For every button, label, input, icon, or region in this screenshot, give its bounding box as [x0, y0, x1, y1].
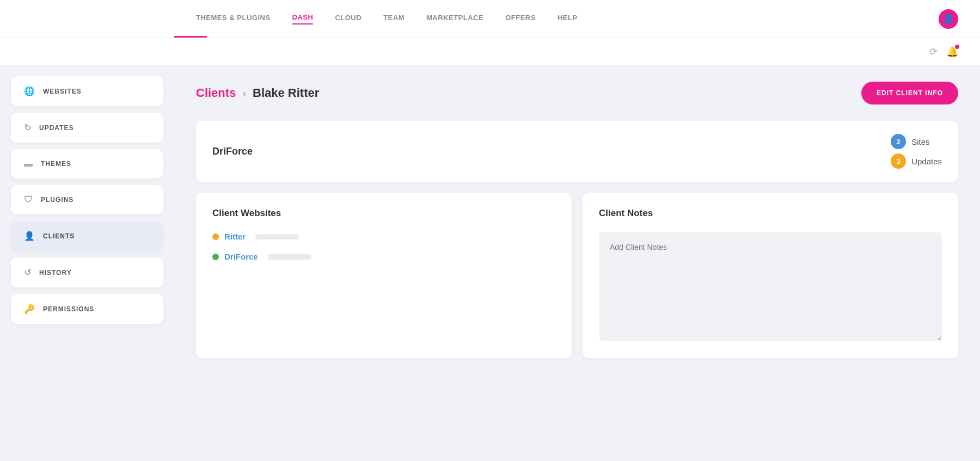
- nav-cloud[interactable]: CLOUD: [335, 14, 362, 24]
- breadcrumb-current-page: Blake Ritter: [253, 86, 319, 100]
- nav-dash[interactable]: DASH: [292, 13, 314, 24]
- updates-stat: 3 Updates: [891, 153, 942, 169]
- notification-dot: [955, 45, 959, 49]
- sidebar-label-history: HISTORY: [39, 269, 72, 276]
- website-item-ritter: Ritter: [212, 232, 555, 241]
- company-name: DriForce: [212, 146, 253, 157]
- updates-label: Updates: [911, 157, 942, 166]
- globe-icon: 🌐: [24, 86, 35, 96]
- history-icon: ↺: [24, 267, 32, 278]
- main-layout: 🌐 WEBSITES ↻ UPDATES ▬ THEMES 🛡 PLUGINS …: [0, 65, 980, 461]
- breadcrumb: Clients › Blake Ritter: [196, 86, 319, 100]
- website-link-driforce[interactable]: DriForce: [224, 252, 258, 261]
- website-url-driforce: [268, 254, 311, 260]
- sidebar-item-clients[interactable]: 👤 CLIENTS: [11, 221, 163, 251]
- notes-panel-title: Client Notes: [599, 208, 942, 219]
- dot-orange: [212, 233, 219, 240]
- plugins-icon: 🛡: [24, 195, 33, 205]
- website-item-driforce: DriForce: [212, 252, 555, 261]
- nav-themes-plugins[interactable]: THEMES & PLUGINS: [196, 14, 271, 24]
- notes-textarea[interactable]: [599, 232, 942, 341]
- sidebar-item-themes[interactable]: ▬ THEMES: [11, 149, 163, 179]
- sidebar-label-plugins: PLUGINS: [41, 196, 74, 204]
- panels: Client Websites Ritter DriForce Client N…: [196, 193, 958, 358]
- stats-badges: 2 Sites 3 Updates: [891, 134, 942, 169]
- nav-team[interactable]: TEAM: [383, 14, 405, 24]
- sidebar-item-permissions[interactable]: 🔑 PERMISSIONS: [11, 294, 163, 324]
- clients-row-container: ➔ 👤 CLIENTS: [11, 221, 163, 251]
- nav-right: 👤: [939, 9, 958, 29]
- sidebar-item-updates[interactable]: ↻ UPDATES: [11, 113, 163, 143]
- themes-icon: ▬: [24, 159, 33, 169]
- website-link-ritter[interactable]: Ritter: [224, 232, 246, 241]
- sidebar-label-websites: WEBSITES: [43, 88, 82, 95]
- sidebar-label-permissions: PERMISSIONS: [43, 305, 94, 313]
- user-avatar[interactable]: 👤: [939, 9, 958, 29]
- website-url-ritter: [255, 234, 299, 239]
- nav-marketplace[interactable]: MARKETPLACE: [426, 14, 483, 24]
- stats-bar: DriForce 2 Sites 3 Updates: [196, 121, 958, 182]
- main-content: Clients › Blake Ritter EDIT CLIENT INFO …: [174, 65, 980, 461]
- client-websites-panel: Client Websites Ritter DriForce: [196, 193, 572, 358]
- sidebar-item-history[interactable]: ↺ HISTORY: [11, 257, 163, 287]
- dot-green: [212, 254, 219, 260]
- sites-badge: 2: [891, 134, 906, 149]
- permissions-icon: 🔑: [24, 304, 35, 314]
- top-nav: THEMES & PLUGINS DASH CLOUD TEAM MARKETP…: [0, 0, 980, 38]
- sidebar-item-plugins[interactable]: 🛡 PLUGINS: [11, 185, 163, 214]
- client-notes-panel: Client Notes: [583, 193, 958, 358]
- nav-links: THEMES & PLUGINS DASH CLOUD TEAM MARKETP…: [196, 13, 578, 24]
- sidebar-item-websites[interactable]: 🌐 WEBSITES: [11, 76, 163, 106]
- sites-label: Sites: [911, 137, 929, 146]
- clients-icon: 👤: [24, 231, 35, 241]
- sites-stat: 2 Sites: [891, 134, 929, 149]
- notifications-icon[interactable]: 🔔: [946, 46, 958, 58]
- edit-client-button[interactable]: EDIT CLIENT INFO: [861, 82, 958, 105]
- sidebar: 🌐 WEBSITES ↻ UPDATES ▬ THEMES 🛡 PLUGINS …: [0, 65, 174, 461]
- websites-panel-title: Client Websites: [212, 208, 555, 219]
- updates-icon: ↻: [24, 122, 32, 133]
- sidebar-label-updates: UPDATES: [39, 124, 74, 132]
- page-header: Clients › Blake Ritter EDIT CLIENT INFO: [196, 82, 958, 105]
- nav-offers[interactable]: OFFERS: [505, 14, 536, 24]
- sidebar-label-themes: THEMES: [41, 160, 71, 168]
- nav-help[interactable]: HELP: [558, 14, 578, 24]
- updates-badge: 3: [891, 153, 906, 169]
- breadcrumb-separator: ›: [242, 87, 246, 100]
- breadcrumb-clients-link[interactable]: Clients: [196, 86, 236, 100]
- sidebar-label-clients: CLIENTS: [43, 232, 75, 240]
- toolbar: ⟳ 🔔: [0, 38, 980, 65]
- refresh-icon[interactable]: ⟳: [929, 46, 938, 58]
